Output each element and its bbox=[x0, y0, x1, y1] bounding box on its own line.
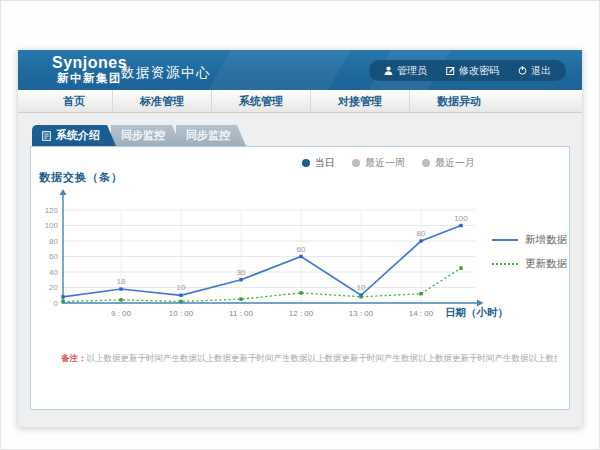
svg-text:10 : 00: 10 : 00 bbox=[169, 309, 194, 318]
svg-text:60: 60 bbox=[49, 252, 58, 261]
tab-sync-monitor-2[interactable]: 同步监控 bbox=[176, 125, 246, 146]
tab-bar: 系统介绍 同步监控 同步监控 bbox=[32, 125, 241, 146]
svg-text:20: 20 bbox=[49, 283, 58, 292]
tab-system-intro[interactable]: 系统介绍 bbox=[32, 125, 116, 146]
brand-logo-cn: 新中新集团 bbox=[52, 72, 127, 85]
radio-icon bbox=[422, 159, 430, 167]
change-password-label: 修改密码 bbox=[459, 64, 499, 78]
legend-item-updated-data: 更新数据 bbox=[492, 257, 567, 271]
document-icon bbox=[42, 131, 51, 141]
content-area: 系统介绍 同步监控 同步监控 当日 最近一周 bbox=[18, 113, 582, 427]
svg-text:14 : 00: 14 : 00 bbox=[409, 309, 434, 318]
tab-sync-monitor-1[interactable]: 同步监控 bbox=[111, 125, 181, 146]
brand-logo: Synjones 新中新集团 bbox=[52, 54, 127, 86]
svg-text:40: 40 bbox=[49, 268, 58, 277]
exchange-chart: 0204060801001209 : 0010 : 0011 : 0012 : … bbox=[41, 187, 511, 327]
change-password-button[interactable]: 修改密码 bbox=[446, 64, 499, 78]
legend-label: 新增数据 bbox=[525, 233, 567, 247]
tab-label: 同步监控 bbox=[121, 128, 165, 143]
page-title: 数据资源中心 bbox=[121, 64, 211, 82]
chart-card: 当日 最近一周 最近一月 数据交换（条） 0204060801001209 : … bbox=[30, 146, 570, 410]
header-decoration bbox=[191, 50, 366, 90]
svg-text:0: 0 bbox=[54, 299, 59, 308]
radio-icon bbox=[352, 159, 360, 167]
svg-text:120: 120 bbox=[45, 206, 59, 215]
svg-text:日期（小时）: 日期（小时） bbox=[445, 306, 508, 319]
user-toolbar: 管理员 修改密码 退出 bbox=[369, 60, 566, 81]
nav-item-interface-mgmt[interactable]: 对接管理 bbox=[311, 90, 410, 112]
filter-label: 最近一月 bbox=[435, 156, 475, 170]
svg-text:18: 18 bbox=[117, 277, 126, 286]
radio-icon bbox=[302, 159, 310, 167]
nav-item-data-change[interactable]: 数据异动 bbox=[410, 90, 508, 112]
footnote-prefix: 备注： bbox=[61, 353, 87, 363]
tab-label: 同步监控 bbox=[186, 128, 230, 143]
svg-text:80: 80 bbox=[49, 237, 58, 246]
brand-logo-en: Synjones bbox=[52, 54, 127, 72]
svg-text:30: 30 bbox=[237, 268, 246, 277]
filter-today[interactable]: 当日 bbox=[302, 156, 335, 170]
svg-text:10: 10 bbox=[177, 283, 186, 292]
nav-item-standard-mgmt[interactable]: 标准管理 bbox=[113, 90, 212, 112]
footnote: 备注：以上数据更新于时间产生数据以上数据更新于时间产生数据以上数据更新于时间产生… bbox=[61, 353, 557, 365]
logout-button[interactable]: 退出 bbox=[518, 64, 551, 78]
svg-text:80: 80 bbox=[417, 229, 426, 238]
tab-label: 系统介绍 bbox=[56, 128, 100, 143]
range-filter-group: 当日 最近一周 最近一月 bbox=[302, 156, 475, 170]
svg-text:9 : 00: 9 : 00 bbox=[111, 309, 132, 318]
svg-text:12 : 00: 12 : 00 bbox=[289, 309, 314, 318]
svg-text:11 : 00: 11 : 00 bbox=[229, 309, 253, 318]
svg-text:100: 100 bbox=[454, 214, 468, 223]
site-panel: Synjones 新中新集团 数据资源中心 管理员 修改密码 bbox=[18, 50, 582, 427]
footnote-text: 以上数据更新于时间产生数据以上数据更新于时间产生数据以上数据更新于时间产生数据以… bbox=[87, 353, 558, 363]
svg-text:10: 10 bbox=[357, 283, 366, 292]
filter-label: 当日 bbox=[315, 156, 335, 170]
svg-text:13 : 00: 13 : 00 bbox=[349, 309, 374, 318]
app-header: Synjones 新中新集团 数据资源中心 管理员 修改密码 bbox=[18, 50, 582, 90]
filter-label: 最近一周 bbox=[365, 156, 405, 170]
legend-item-new-data: 新增数据 bbox=[492, 233, 567, 247]
power-icon bbox=[518, 66, 527, 75]
svg-text:60: 60 bbox=[297, 245, 306, 254]
filter-last-month[interactable]: 最近一月 bbox=[422, 156, 475, 170]
nav-item-home[interactable]: 首页 bbox=[36, 90, 113, 112]
current-user-label: 管理员 bbox=[397, 64, 427, 78]
nav-item-system-mgmt[interactable]: 系统管理 bbox=[212, 90, 311, 112]
main-nav: 首页 标准管理 系统管理 对接管理 数据异动 bbox=[18, 90, 582, 113]
solid-line-swatch bbox=[492, 239, 518, 241]
logout-label: 退出 bbox=[531, 64, 551, 78]
user-icon bbox=[384, 66, 393, 75]
legend-label: 更新数据 bbox=[525, 257, 567, 271]
chart-legend: 新增数据 更新数据 bbox=[492, 233, 567, 271]
current-user[interactable]: 管理员 bbox=[384, 64, 427, 78]
dotted-line-swatch bbox=[492, 263, 518, 265]
y-axis-title: 数据交换（条） bbox=[39, 170, 123, 185]
edit-icon bbox=[446, 66, 455, 75]
svg-text:100: 100 bbox=[45, 221, 59, 230]
filter-last-week[interactable]: 最近一周 bbox=[352, 156, 405, 170]
